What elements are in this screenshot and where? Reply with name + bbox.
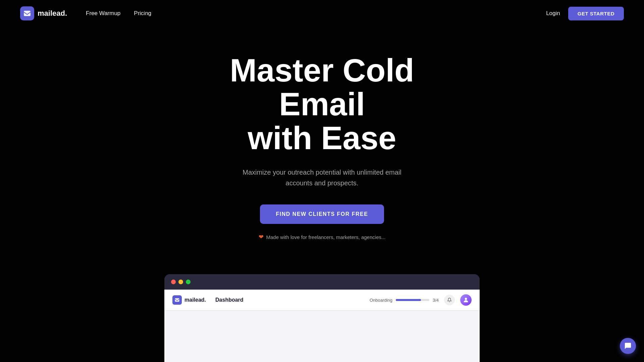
svg-rect-0 — [24, 11, 31, 16]
hero-subtitle: Maximize your outreach potential with un… — [238, 167, 406, 188]
dashboard-right: Onboarding 3/4 — [370, 294, 472, 306]
svg-rect-1 — [175, 298, 179, 302]
inner-logo-text: mailead. — [184, 297, 206, 303]
love-text-wrapper: ❤ Made with love for freelancers, market… — [259, 233, 386, 241]
traffic-light-yellow[interactable] — [178, 280, 183, 284]
notifications-button[interactable] — [444, 295, 455, 305]
nav-link-pricing[interactable]: Pricing — [128, 7, 157, 19]
nav-link-free-warmup[interactable]: Free Warmup — [80, 7, 126, 19]
heart-icon: ❤ — [259, 233, 264, 241]
logo-icon — [20, 6, 34, 20]
login-link[interactable]: Login — [546, 10, 560, 17]
onboarding-counter: 3/4 — [433, 298, 439, 303]
svg-point-2 — [465, 298, 467, 300]
love-text: Made with love for freelancers, marketer… — [266, 234, 386, 240]
inner-logo: mailead. — [172, 295, 206, 305]
traffic-light-green[interactable] — [186, 280, 191, 284]
traffic-light-red[interactable] — [171, 280, 176, 284]
get-started-button[interactable]: GET STARTED — [568, 7, 624, 20]
dashboard-topbar: mailead. Dashboard Onboarding 3/4 — [164, 290, 480, 311]
hero-title-line1: Master Cold — [230, 52, 414, 88]
avatar[interactable] — [460, 294, 472, 306]
dashboard-inner: mailead. Dashboard Onboarding 3/4 — [164, 290, 480, 362]
hero-section: Master Cold Email with Ease Maximize you… — [0, 27, 644, 261]
cta-button[interactable]: FIND NEW CLIENTS FOR FREE — [260, 204, 384, 224]
hero-title-line3: with Ease — [248, 120, 396, 156]
dashboard-titlebar — [164, 274, 480, 290]
logo-link[interactable]: mailead. — [20, 6, 67, 20]
onboarding-section: Onboarding 3/4 — [370, 298, 439, 303]
dashboard-preview-wrapper: mailead. Dashboard Onboarding 3/4 — [0, 274, 644, 362]
chat-bubble-button[interactable] — [620, 338, 636, 354]
onboarding-text: Onboarding — [370, 298, 392, 303]
logo-text: mailead. — [38, 9, 67, 18]
hero-title: Master Cold Email with Ease — [230, 54, 414, 155]
dashboard-label: Dashboard — [215, 297, 244, 303]
onboarding-progress-fill — [396, 299, 421, 301]
navbar: mailead. Free Warmup Pricing Login GET S… — [0, 0, 644, 27]
inner-logo-icon — [172, 295, 182, 305]
hero-title-line2: Email — [279, 86, 365, 122]
nav-links: Free Warmup Pricing — [80, 7, 157, 19]
onboarding-progress-track — [396, 299, 429, 301]
dashboard-preview: mailead. Dashboard Onboarding 3/4 — [164, 274, 480, 362]
nav-right: Login GET STARTED — [546, 7, 624, 20]
